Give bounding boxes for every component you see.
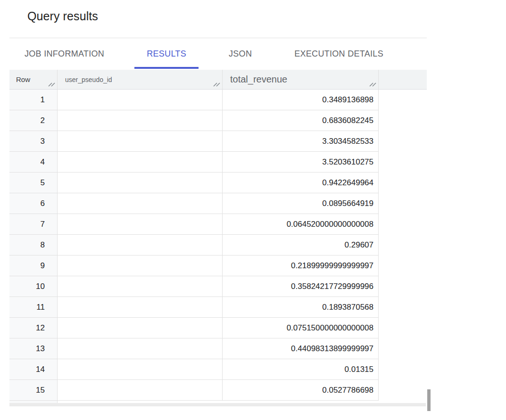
user-pseudo-id-cell (58, 235, 223, 255)
table-row: 80.29607 (9, 235, 427, 255)
table-row: 43.5203610275 (9, 152, 427, 173)
vertical-scrollbar-thumb[interactable] (427, 389, 431, 411)
row-number-cell: 13 (9, 338, 58, 359)
user-pseudo-id-cell (58, 173, 223, 193)
table-row: 90.21899999999999997 (9, 255, 427, 276)
page-title: Query results (27, 9, 98, 23)
tab-job-information[interactable]: JOB INFORMATION (12, 38, 116, 70)
row-number-cell: 15 (9, 380, 58, 401)
user-pseudo-id-cell (58, 297, 223, 318)
user-pseudo-id-cell (58, 318, 223, 338)
results-tab-bar: JOB INFORMATIONRESULTSJSONEXECUTION DETA… (9, 38, 427, 70)
table-row: 10.3489136898 (9, 90, 427, 110)
total-revenue-cell: 0.0895664919 (223, 193, 379, 214)
filler-cell (379, 90, 427, 110)
row-number-cell: 12 (9, 318, 58, 338)
row-number-cell: 6 (9, 193, 58, 214)
table-row: 70.064520000000000008 (9, 214, 427, 235)
table-row: 150.0527786698 (9, 380, 427, 401)
user-pseudo-id-cell (58, 193, 223, 214)
row-number-cell: 7 (9, 214, 58, 235)
user-pseudo-id-cell (58, 90, 223, 110)
filler-cell (379, 297, 427, 318)
filler-cell (379, 338, 427, 359)
total-revenue-cell: 0.6836082245 (223, 110, 379, 131)
row-number-cell: 9 (9, 255, 58, 276)
filler-cell (379, 193, 427, 214)
total-revenue-cell: 0.21899999999999997 (223, 255, 379, 276)
table-row: 140.01315 (9, 359, 427, 380)
user-pseudo-id-cell (58, 338, 223, 359)
user-pseudo-id-cell (58, 380, 223, 401)
total-revenue-cell: 0.35824217729999996 (223, 276, 379, 297)
row-number-cell: 14 (9, 359, 58, 380)
tab-execution-details[interactable]: EXECUTION DETAILS (282, 38, 396, 70)
filler-cell (379, 152, 427, 173)
table-row: 33.3034582533 (9, 131, 427, 152)
row-number-cell: 11 (9, 297, 58, 318)
column-resize-grip-icon[interactable] (213, 82, 220, 87)
row-number-cell: 8 (9, 235, 58, 255)
filler-cell (379, 276, 427, 297)
tab-json[interactable]: JSON (216, 38, 264, 70)
total-revenue-cell: 0.3489136898 (223, 90, 379, 110)
table-row: 60.0895664919 (9, 193, 427, 214)
filler-cell (379, 380, 427, 401)
user-pseudo-id-cell (58, 131, 223, 152)
total-revenue-cell: 0.1893870568 (223, 297, 379, 318)
total-revenue-cell: 0.44098313899999997 (223, 338, 379, 359)
tab-results[interactable]: RESULTS (134, 38, 199, 70)
filler-cell (379, 235, 427, 255)
table-row: 100.35824217729999996 (9, 276, 427, 297)
total-revenue-cell: 3.5203610275 (223, 152, 379, 173)
column-header-row: Row (9, 70, 58, 89)
results-table-body: 10.348913689820.683608224533.30345825334… (9, 90, 427, 401)
user-pseudo-id-cell (58, 110, 223, 131)
total-revenue-cell: 3.3034582533 (223, 131, 379, 152)
column-resize-grip-icon[interactable] (369, 82, 376, 87)
table-row: 130.44098313899999997 (9, 338, 427, 359)
table-row: 50.9422649964 (9, 173, 427, 193)
user-pseudo-id-cell (58, 255, 223, 276)
table-row: 20.6836082245 (9, 110, 427, 131)
column-resize-grip-icon[interactable] (48, 82, 55, 87)
row-number-cell: 4 (9, 152, 58, 173)
table-header-row: Row user_pseudo_id total_revenue (9, 70, 427, 90)
total-revenue-cell: 0.064520000000000008 (223, 214, 379, 235)
column-header-row-label: Row (16, 75, 30, 83)
column-header-total-revenue: total_revenue (223, 70, 379, 89)
horizontal-scrollbar[interactable] (9, 403, 426, 406)
table-row: 120.075150000000000008 (9, 318, 427, 338)
filler-cell (379, 110, 427, 131)
table-row: 110.1893870568 (9, 297, 427, 318)
filler-cell (379, 318, 427, 338)
column-header-user-pseudo-id: user_pseudo_id (58, 70, 223, 89)
filler-cell (379, 214, 427, 235)
filler-cell (379, 173, 427, 193)
total-revenue-cell: 0.075150000000000008 (223, 318, 379, 338)
query-results-panel: Query results JOB INFORMATIONRESULTSJSON… (0, 0, 506, 420)
user-pseudo-id-cell (58, 214, 223, 235)
row-number-cell: 10 (9, 276, 58, 297)
total-revenue-cell: 0.0527786698 (223, 380, 379, 401)
row-number-cell: 3 (9, 131, 58, 152)
row-number-cell: 2 (9, 110, 58, 131)
column-header-filler (379, 70, 427, 89)
total-revenue-cell: 0.29607 (223, 235, 379, 255)
filler-cell (379, 131, 427, 152)
user-pseudo-id-cell (58, 152, 223, 173)
filler-cell (379, 255, 427, 276)
row-number-cell: 1 (9, 90, 58, 110)
column-header-user-pseudo-id-label: user_pseudo_id (65, 76, 112, 83)
filler-cell (379, 359, 427, 380)
column-header-total-revenue-label: total_revenue (230, 74, 287, 85)
user-pseudo-id-cell (58, 276, 223, 297)
row-number-cell: 5 (9, 173, 58, 193)
user-pseudo-id-cell (58, 359, 223, 380)
total-revenue-cell: 0.9422649964 (223, 173, 379, 193)
total-revenue-cell: 0.01315 (223, 359, 379, 380)
